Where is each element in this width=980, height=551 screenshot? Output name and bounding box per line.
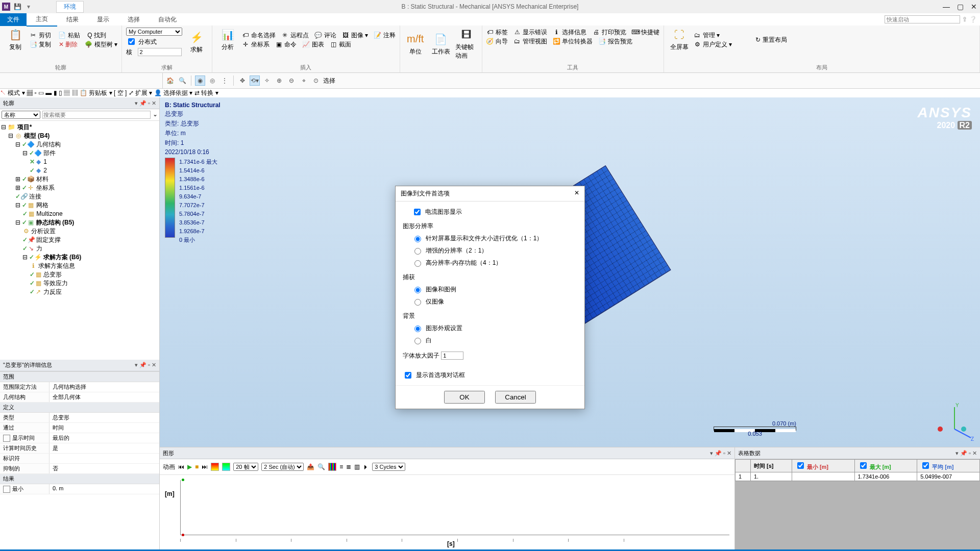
show-prefs-checkbox[interactable] [405,372,411,379]
anim-mode1-icon[interactable] [211,463,219,471]
find-button[interactable]: Q 找到 [87,31,106,40]
zoom-out-icon[interactable]: ⊖ [286,76,297,86]
chart-button[interactable]: 图表 [312,40,324,49]
opt2-icon[interactable]: ≣ [346,463,351,470]
zoom-box-icon[interactable]: ⌖ [299,76,309,86]
context-tab-environment[interactable]: 环境 [56,1,84,13]
print-preview-button[interactable]: 打印预览 [602,28,626,37]
minimize-button[interactable]: ― [943,3,950,11]
copy-button[interactable]: 复制 [39,40,51,49]
zoom-in-icon[interactable]: ⊕ [274,76,284,86]
extend-label[interactable]: 扩展 ▾ [135,89,152,96]
share-icon[interactable]: ⇪ [962,16,967,23]
opt1-icon[interactable]: ≡ [339,463,343,470]
manage-views-button[interactable]: 管理视图 [523,37,547,46]
tab-display[interactable]: 显示 [88,13,118,26]
quick-launch-input[interactable] [885,15,960,23]
annotation-button[interactable]: 注释 [383,31,396,40]
cores-input[interactable] [138,48,182,56]
cut-button[interactable]: 剪切 [39,31,51,40]
frames-combo[interactable]: 20 帧 [233,463,258,471]
duplicate-button[interactable]: 📋复制 [4,28,27,52]
outline-search-type[interactable]: 名称 [2,111,40,119]
wizard-button[interactable]: 向导 [496,37,508,46]
shaded-icon[interactable]: ◉ [195,76,205,86]
worksheet-button[interactable]: 📄工作表 [430,28,452,60]
tab-home[interactable]: 主页 [27,13,57,27]
wireframe-icon[interactable]: ◎ [207,76,217,86]
first-frame-icon[interactable]: ⏮ [178,463,184,470]
settings-icon[interactable]: 🔍 [317,463,325,470]
toolbar-dropdown-icon[interactable]: ▾ [24,3,33,11]
keyframe-button[interactable]: 🎞关键帧动画 [455,28,478,60]
details-ctrls[interactable]: ▾ 📌 ▫ ✕ [135,362,156,368]
paste-button[interactable]: 粘贴 [68,31,80,40]
distributed-checkbox[interactable] [128,38,135,45]
coordsys-button[interactable]: 坐标系 [251,40,270,49]
comment-button[interactable]: 评论 [324,31,336,40]
image-button[interactable]: 图像 ▾ [351,31,368,40]
outline-search-input[interactable] [42,111,151,119]
save-icon[interactable]: 💾 [13,3,21,11]
res-4-radio[interactable] [414,260,421,267]
zoom-fit-icon[interactable]: 🔍 [177,76,187,86]
sel-all-icon[interactable]: ▦ [27,89,33,96]
show-errors-button[interactable]: 显示错误 [523,28,547,37]
fullscreen-button[interactable]: ⛶全屏幕 [668,28,691,52]
ok-button[interactable]: OK [444,391,485,404]
anim-mode2-icon[interactable] [222,463,230,471]
points-icon[interactable]: ⋮ [219,76,230,86]
help-icon[interactable]: ❔ [969,16,977,23]
analysis-button[interactable]: 📊分析 [216,28,239,52]
triad-icon[interactable]: Y Z [934,401,975,442]
pan-icon[interactable]: ✥ [237,76,248,86]
sel-body-icon[interactable]: ▮ [54,89,57,96]
stop-icon[interactable]: ■ [195,463,199,470]
mode-label[interactable]: 模式 ▾ [8,89,24,96]
bg-white-radio[interactable] [414,338,421,344]
section-button[interactable]: 截面 [339,40,351,49]
sel-node-icon[interactable]: ▯ [59,89,62,96]
res-1-radio[interactable] [414,236,421,242]
cancel-button[interactable]: Cancel [495,391,536,404]
font-scale-input[interactable] [441,352,463,360]
pin-icon[interactable]: ▾ 📌 ▫ ✕ [135,100,156,107]
graph-area[interactable]: [m] [s] [160,475,734,549]
selby-icon[interactable]: 👤 [154,89,162,96]
reset-layout-button[interactable]: ↻ 重置布局 [755,35,787,44]
tab-automation[interactable]: 自动化 [149,13,186,26]
cap-both-radio[interactable] [414,287,421,293]
cursor-icon[interactable]: ↖ [0,89,6,96]
export-icon[interactable]: 📤 [307,463,314,470]
rotate-icon[interactable]: ⟲▾ [250,76,260,86]
dialog-close-icon[interactable]: ✕ [574,189,579,198]
user-def-button[interactable]: 用户定义 ▾ [703,40,732,49]
solver-combo[interactable]: My Computer [126,28,182,36]
gradient-icon[interactable] [328,463,336,471]
close-button[interactable]: ✕ [971,3,977,11]
sel-vert-icon[interactable]: ▫ [34,89,36,96]
last-frame-icon[interactable]: ⏭ [202,463,208,470]
col-avg-checkbox[interactable] [922,462,929,469]
tab-results[interactable]: 结果 [57,13,88,26]
tabular-data[interactable]: 时间 [s] 最小 [m] 最大 [m] 平均 [m] 11.1.7341e-0… [735,459,980,549]
res-2-radio[interactable] [414,248,421,255]
sel-elem-icon[interactable]: ▤ [64,89,70,96]
tab-select[interactable]: 选择 [118,13,149,26]
selby-label[interactable]: 选择依据 ▾ [163,89,192,96]
sel-edge-icon[interactable]: ▭ [38,89,44,96]
search-expand-icon[interactable]: ⌄ [153,111,158,119]
outline-tree[interactable]: ⊟ 📁 项目* ⊟ ◎ 模型 (B4) ⊟ ✓🔷 几何结构 ⊟ ✓🔷 部件 ✕◆… [0,121,159,360]
col-max-checkbox[interactable] [860,462,867,469]
opt3-icon[interactable]: ▥ [354,463,360,470]
maximize-button[interactable]: ▢ [957,3,964,11]
cycles-combo[interactable]: 3 Cycles [372,463,405,471]
current-graphics-checkbox[interactable] [414,209,421,215]
unit-converter-button[interactable]: 单位转换器 [562,37,593,46]
play-icon[interactable]: ▶ [187,463,192,470]
zoom-icon[interactable]: ✧ [262,76,272,86]
delete-button[interactable]: ✕ 删除 [59,40,78,49]
solve-button[interactable]: ⚡求解 [185,28,208,57]
clipboard-icon[interactable]: 📋 [80,89,87,96]
col-min-checkbox[interactable] [797,462,804,469]
